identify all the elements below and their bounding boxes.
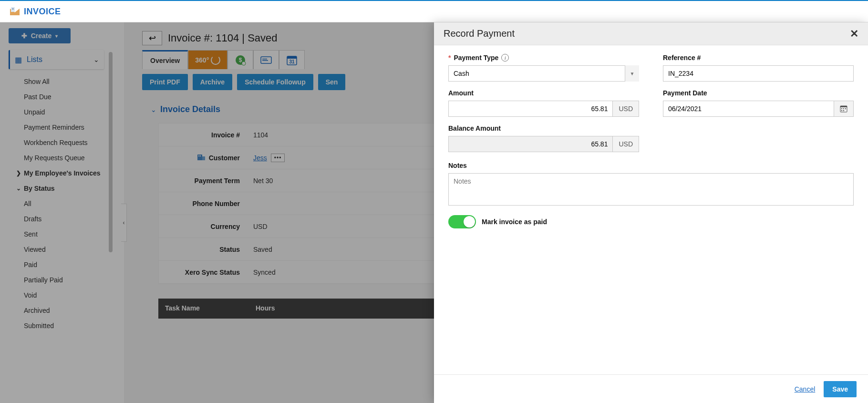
payment-type-select[interactable] bbox=[448, 65, 639, 82]
svg-rect-23 bbox=[841, 110, 842, 111]
cancel-button[interactable]: Cancel bbox=[795, 385, 816, 393]
close-icon[interactable]: ✕ bbox=[850, 28, 858, 40]
balance-input bbox=[448, 136, 613, 152]
payment-type-label: Payment Type bbox=[454, 54, 498, 62]
svg-rect-19 bbox=[840, 106, 847, 107]
mark-paid-label: Mark invoice as paid bbox=[482, 218, 547, 226]
info-icon[interactable]: i bbox=[501, 54, 509, 62]
modal-title: Record Payment bbox=[444, 28, 515, 39]
reference-input[interactable] bbox=[663, 65, 854, 82]
amount-currency: USD bbox=[613, 101, 639, 117]
notes-textarea[interactable] bbox=[448, 173, 854, 206]
amount-label: Amount bbox=[448, 89, 639, 97]
amount-input[interactable] bbox=[448, 101, 613, 117]
toggle-knob bbox=[464, 216, 475, 227]
dropdown-arrow-icon[interactable]: ▼ bbox=[625, 65, 639, 82]
app-title: INVOICE bbox=[24, 7, 61, 17]
svg-rect-4 bbox=[12, 9, 14, 10]
payment-date-label: Payment Date bbox=[663, 89, 854, 97]
app-topbar: INVOICE bbox=[0, 0, 868, 22]
calendar-icon[interactable] bbox=[834, 101, 854, 117]
svg-rect-22 bbox=[845, 108, 846, 109]
save-button[interactable]: Save bbox=[824, 381, 857, 397]
invoice-logo-icon bbox=[10, 6, 20, 17]
mark-paid-toggle[interactable] bbox=[448, 215, 476, 228]
balance-currency: USD bbox=[613, 136, 639, 152]
reference-label: Reference # bbox=[663, 54, 854, 62]
svg-rect-20 bbox=[841, 108, 842, 109]
balance-label: Balance Amount bbox=[448, 124, 639, 132]
required-marker: * bbox=[448, 54, 451, 62]
svg-rect-21 bbox=[843, 108, 844, 109]
svg-rect-3 bbox=[12, 8, 14, 9]
notes-label: Notes bbox=[448, 162, 854, 169]
record-payment-modal: Record Payment ✕ * Payment Type i ▼ bbox=[434, 22, 868, 403]
payment-date-input[interactable] bbox=[663, 101, 834, 117]
svg-rect-24 bbox=[843, 110, 844, 111]
